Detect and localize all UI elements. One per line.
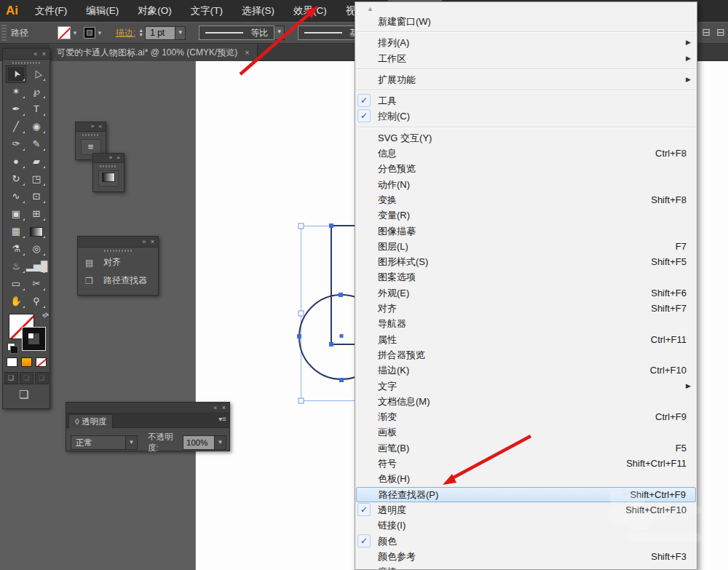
menu-item-document-info[interactable]: 文档信息(M) (355, 394, 697, 409)
none-button[interactable] (36, 357, 47, 367)
menu-item-actions[interactable]: 动作(N) (355, 177, 697, 192)
menu-item-workspace[interactable]: 工作区▶ (355, 51, 697, 66)
stroke-color-control[interactable]: ▼ (84, 27, 103, 39)
menu-item-svg-interactivity[interactable]: SVG 交互(Y) (355, 130, 697, 146)
blend-mode-dropdown[interactable]: 正常 ▼ (71, 435, 138, 450)
shape-builder-tool[interactable]: ▣ (6, 205, 26, 223)
distribute-panel-icon[interactable]: ⊟ (716, 26, 725, 38)
fill-none-swatch[interactable] (58, 26, 71, 39)
menu-item-new-window[interactable]: 新建窗口(W) (355, 14, 697, 29)
menu-item-appearance[interactable]: 外观(E)Shift+F6 (355, 285, 697, 301)
menu-scroll-up[interactable]: ▲ (355, 2, 697, 14)
default-fill-stroke-icon[interactable] (7, 343, 15, 351)
zoom-tool[interactable]: ⚲ (26, 293, 47, 310)
hand-tool[interactable]: ✋ (6, 293, 26, 310)
chevron-down-icon[interactable]: ▼ (274, 25, 285, 40)
blob-brush-tool[interactable]: ● (6, 153, 26, 170)
swap-fill-stroke-icon[interactable]: ⇆ (40, 310, 50, 320)
direct-selection-tool[interactable]: ▷ (26, 66, 47, 83)
align-panel-icon[interactable]: ⊟ (703, 26, 711, 38)
menu-item-swatches[interactable]: 色板(H) (355, 471, 697, 486)
draw-inside-button[interactable]: ❏ (35, 372, 49, 384)
close-icon[interactable]: × (42, 50, 47, 58)
symbol-sprayer-tool[interactable]: ♨ (6, 258, 26, 275)
gradient-tool[interactable] (26, 223, 47, 240)
menu-item-info[interactable]: 信息Ctrl+F8 (355, 146, 697, 161)
close-icon[interactable]: × (245, 48, 249, 57)
mesh-tool[interactable]: ▦ (6, 223, 26, 240)
document-tab[interactable]: 可爱的卡通人物图标.ai* @ 100% (CMYK/预览) × (50, 44, 258, 61)
menu-item-pathfinder[interactable]: 路径查找器(P)Shift+Ctrl+F9 (356, 487, 696, 502)
menu-item-tools[interactable]: ✓工具 (355, 93, 697, 108)
pencil-tool[interactable]: ✎ (26, 135, 47, 153)
menubar-item-0[interactable]: 文件(F) (25, 0, 76, 22)
close-icon[interactable]: × (222, 404, 227, 411)
color-button[interactable] (7, 357, 17, 367)
gradient-button[interactable] (21, 357, 32, 367)
menu-item-artboards[interactable]: 画板 (355, 424, 697, 440)
panel-menu-icon[interactable]: ▾≡ (218, 415, 226, 423)
panel-grip[interactable] (1, 25, 7, 41)
line-segment-tool[interactable]: ╱ (6, 118, 26, 135)
rotate-tool[interactable]: ↻ (6, 170, 26, 188)
close-icon[interactable]: × (151, 238, 156, 245)
menu-item-layers[interactable]: 图层(L)F7 (355, 239, 697, 254)
stroke-swatch-black[interactable] (22, 327, 46, 351)
panel-grip[interactable] (12, 62, 40, 64)
panel-button-pathfinder[interactable]: ❐路径查找器 (78, 272, 158, 290)
width-tool[interactable]: ∿ (6, 188, 26, 205)
free-transform-tool[interactable]: ⊡ (26, 188, 47, 205)
stroke-width-value[interactable]: 1 pt (145, 26, 175, 40)
paintbrush-tool[interactable]: ✑ (6, 135, 26, 153)
selection-tool[interactable]: ➤ (6, 66, 26, 83)
panel-button-align[interactable]: ▤对齐 (78, 253, 158, 272)
menu-item-navigator[interactable]: 导航器 (355, 316, 697, 331)
collapse-panel-icon[interactable]: « (213, 404, 218, 411)
fill-color-control[interactable]: ▼ (58, 26, 78, 39)
menu-item-flattener-preview[interactable]: 拼合器预览 (355, 347, 697, 363)
type-tool[interactable]: T (26, 100, 47, 118)
menubar-item-5[interactable]: 效果(C) (284, 0, 336, 22)
menubar-item-1[interactable]: 编辑(E) (76, 0, 128, 22)
menu-item-transform[interactable]: 变换Shift+F8 (355, 192, 697, 207)
menu-item-gradient[interactable]: 渐变Ctrl+F9 (355, 409, 697, 424)
ellipse-tool[interactable]: ◉ (26, 118, 47, 135)
menu-item-pattern-options[interactable]: 图案选项 (355, 269, 697, 285)
eraser-tool[interactable]: ▰ (26, 153, 47, 170)
scale-tool[interactable]: ◳ (26, 170, 47, 188)
menu-item-transparency[interactable]: ✓透明度Shift+Ctrl+F10 (355, 502, 697, 518)
tools-panel-header[interactable]: « × (3, 49, 50, 60)
menu-item-control[interactable]: ✓控制(C) (355, 108, 697, 124)
close-icon[interactable]: × (116, 154, 122, 161)
menu-item-links[interactable]: 链接(I) (355, 518, 697, 533)
menu-item-brushes[interactable]: 画笔(B)F5 (355, 440, 697, 456)
artboard-tool[interactable]: ▭ (6, 275, 26, 293)
menu-item-graphic-styles[interactable]: 图形样式(S)Shift+F5 (355, 254, 697, 269)
pen-tool[interactable]: ✒ (6, 100, 26, 118)
perspective-grid-tool[interactable]: ⊞ (26, 205, 47, 223)
screen-mode-button[interactable]: ❏ (19, 388, 28, 401)
blend-tool[interactable]: ◎ (26, 240, 47, 258)
stroke-panel-link[interactable]: 描边: (116, 27, 135, 39)
expand-panel-icon[interactable]: » (91, 123, 95, 130)
collapse-panel-icon[interactable]: « (33, 50, 39, 58)
menu-item-color[interactable]: ✓颜色 (355, 534, 697, 549)
stroke-width-dropdown-button[interactable]: ▼ (175, 26, 186, 40)
slice-tool[interactable]: ✂ (26, 275, 47, 293)
menu-item-variables[interactable]: 变量(R) (355, 207, 697, 223)
expand-panel-icon[interactable]: » (142, 238, 147, 245)
draw-normal-button[interactable]: ❏ (4, 372, 18, 384)
graph-tool[interactable]: ▂▅█ (26, 258, 47, 275)
lasso-tool[interactable]: ℘ (26, 83, 47, 100)
opacity-dropdown[interactable]: 100% ▼ (183, 435, 226, 450)
close-icon[interactable]: × (98, 123, 103, 130)
menubar-item-3[interactable]: 文字(T) (181, 0, 232, 22)
menu-item-color-guide[interactable]: 颜色参考Shift+F3 (355, 549, 697, 564)
menu-item-align[interactable]: 对齐Shift+F7 (355, 301, 697, 316)
menu-item-attributes[interactable]: 属性Ctrl+F11 (355, 332, 697, 347)
menu-item-separations-preview[interactable]: 分色预览 (355, 161, 697, 176)
stroke-width-stepper[interactable]: ▲▼ (138, 28, 143, 37)
menu-item-type[interactable]: 文字▶ (355, 379, 697, 394)
menubar-item-4[interactable]: 选择(S) (232, 0, 284, 22)
eyedropper-tool[interactable]: ⚗ (6, 240, 26, 258)
